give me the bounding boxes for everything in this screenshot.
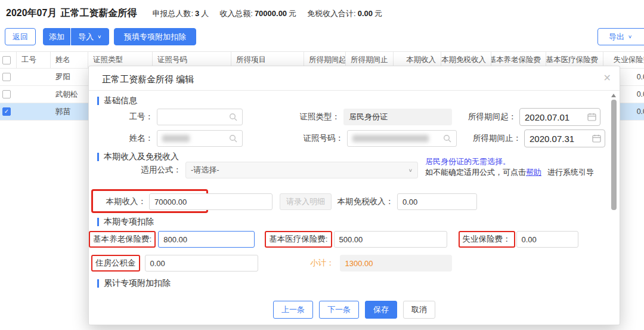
chevron-down-icon: ∨ xyxy=(628,34,632,39)
section-bar xyxy=(97,153,99,161)
cert-no-input[interactable] xyxy=(347,130,457,147)
row-checkbox[interactable] xyxy=(0,90,17,98)
help-link[interactable]: 帮助 xyxy=(526,168,541,177)
housing-label: 住房公积金 xyxy=(95,258,136,269)
masked-value xyxy=(352,135,429,142)
taxfree-input[interactable]: 0.00 xyxy=(397,193,477,210)
tip-line-1: 居民身份证的无需选择。 xyxy=(425,156,594,167)
taxfree-label: 本期免税收入： xyxy=(332,196,394,207)
stat-taxfree-total: 免税收入合计:0.00元 xyxy=(307,8,382,19)
cert-type-label: 证照类型： xyxy=(243,112,340,122)
unemployment-input[interactable]: 0.00 xyxy=(516,231,578,248)
scroll-up-icon[interactable] xyxy=(611,94,616,97)
dialog-footer: 上一条 下一条 保存 取消 xyxy=(89,301,620,319)
pension-label: 基本养老保险费: xyxy=(93,234,151,245)
next-record-button[interactable]: 下一条 xyxy=(319,301,359,319)
cell-name: 罗阳 xyxy=(51,72,88,82)
edit-dialog: 正常工资薪金所得 编辑 ✕ 基础信息 工号： 证照类型： 居民身份证 所得期间起… xyxy=(88,66,620,325)
name-input[interactable] xyxy=(157,130,243,147)
prev-record-button[interactable]: 上一条 xyxy=(273,301,313,319)
export-button[interactable]: 导出∨ xyxy=(597,28,644,45)
close-icon[interactable]: ✕ xyxy=(603,72,611,84)
dialog-title: 正常工资薪金所得 编辑 xyxy=(102,74,194,85)
import-button[interactable]: 导入∨ xyxy=(71,28,109,45)
formula-tip: 居民身份证的无需选择。 如不能确定适用公式，可点击帮助进行系统引导 xyxy=(425,156,594,178)
cert-type-field: 居民身份证 xyxy=(343,109,452,125)
annotation-red-box: 住房公积金 xyxy=(91,255,140,272)
section-basic-info: 基础信息 xyxy=(97,95,137,106)
prefill-deduction-button[interactable]: 预填专项附加扣除 xyxy=(114,28,196,45)
row-checkbox-checked[interactable]: ✓ xyxy=(0,107,17,116)
calendar-icon[interactable] xyxy=(587,113,596,121)
period-label: 2020年07月 xyxy=(6,8,57,18)
section-deductions: 本期专项扣除 xyxy=(97,217,154,227)
row-checkbox[interactable] xyxy=(0,73,17,81)
divider xyxy=(89,90,620,91)
housing-input[interactable]: 0.00 xyxy=(145,255,258,272)
emp-no-label: 工号： xyxy=(89,112,153,122)
section-bar xyxy=(97,97,99,105)
add-button[interactable]: 添加 xyxy=(43,28,70,45)
search-icon[interactable] xyxy=(229,134,237,143)
subtotal-label: 小计： xyxy=(258,258,335,269)
summary-stats: 申报总人数:3人 收入总额:70000.00元 免税收入合计:0.00元 xyxy=(152,8,393,19)
modal-scrollbar[interactable] xyxy=(611,92,617,322)
cell-name: 郭苗 xyxy=(51,107,88,117)
section-current-income: 本期收入及免税收入 xyxy=(97,152,179,162)
calendar-icon[interactable] xyxy=(592,134,601,143)
pension-input[interactable]: 800.00 xyxy=(158,231,255,248)
tip-line-2: 如不能确定适用公式，可点击帮助进行系统引导 xyxy=(425,167,594,178)
chevron-down-icon: ∨ xyxy=(97,34,101,39)
masked-value xyxy=(162,135,190,142)
chevron-down-icon: ∨ xyxy=(408,168,413,173)
back-button[interactable]: 返回 xyxy=(5,28,36,45)
cell-name: 武朝松 xyxy=(51,90,88,100)
medical-label: 基本医疗保险费: xyxy=(269,234,327,245)
period-start-label: 所得期间起： xyxy=(452,112,516,122)
app-screen: 2020年07月正常工资薪金所得 申报总人数:3人 收入总额:70000.00元… xyxy=(0,0,644,330)
select-all-checkbox[interactable] xyxy=(0,52,17,68)
enter-detail-button: 请录入明细 xyxy=(280,193,332,210)
cancel-button[interactable]: 取消 xyxy=(403,301,435,319)
annotation-red-box: 基本养老保险费: xyxy=(89,231,156,248)
income-input[interactable]: 70000.00 xyxy=(149,193,273,210)
search-icon[interactable] xyxy=(443,134,451,143)
period-end-label: 所得期间止： xyxy=(457,133,521,144)
medical-input[interactable]: 500.00 xyxy=(334,231,447,248)
period-end-input[interactable]: 2020.07.31 xyxy=(524,129,605,147)
section-cumulative-deductions: 累计专项附加扣除 xyxy=(97,278,171,289)
section-bar xyxy=(97,279,99,288)
page-header: 2020年07月正常工资薪金所得 申报总人数:3人 收入总额:70000.00元… xyxy=(0,0,644,23)
annotation-red-box: 基本医疗保险费: xyxy=(265,231,332,248)
emp-no-input[interactable] xyxy=(157,109,243,125)
toolbar: 返回 添加 导入∨ 预填专项附加扣除 导出∨ xyxy=(0,23,644,51)
stat-total-people: 申报总人数:3人 xyxy=(152,8,209,19)
name-label: 姓名： xyxy=(89,133,153,144)
col-name: 姓名 xyxy=(51,52,88,68)
save-button[interactable]: 保存 xyxy=(365,301,397,319)
annotation-red-box: 失业保险费： xyxy=(459,231,515,248)
scrollbar-thumb[interactable] xyxy=(611,100,617,210)
section-bar xyxy=(97,218,99,226)
income-label: 本期收入： xyxy=(89,196,146,207)
unemployment-label: 失业保险费： xyxy=(463,234,511,245)
stat-total-income: 收入总额:70000.00元 xyxy=(219,8,296,19)
income-type-label: 正常工资薪金所得 xyxy=(60,8,137,18)
page-title: 2020年07月正常工资薪金所得 xyxy=(6,7,137,20)
cert-no-label: 证照号码： xyxy=(243,133,343,144)
formula-label: 适用公式： xyxy=(89,165,181,175)
subtotal-field: 1300.00 xyxy=(340,255,452,272)
period-start-input[interactable]: 2020.07.01 xyxy=(519,108,600,126)
col-emp-no: 工号 xyxy=(17,52,51,68)
search-icon[interactable] xyxy=(229,113,237,121)
formula-select[interactable]: -请选择- ∨ xyxy=(185,162,418,178)
